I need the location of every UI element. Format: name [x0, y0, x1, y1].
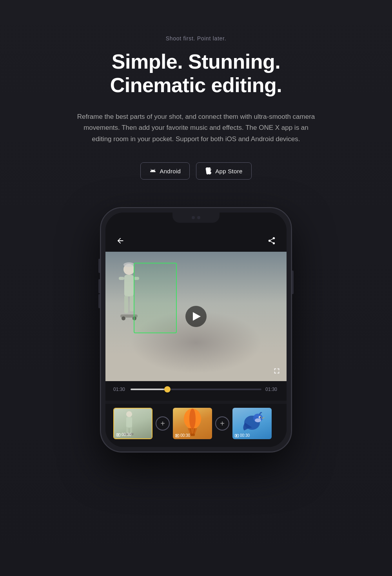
svg-point-23: [260, 417, 261, 418]
headline: Simple. Stunning. Cinematic editing.: [110, 50, 282, 97]
clip-duration-label-1: 00:30: [122, 432, 131, 437]
phone-outer: 01:30 01:30: [100, 207, 292, 452]
add-clip-button-1[interactable]: +: [156, 416, 170, 431]
clip-duration-2: 00:30: [175, 433, 190, 438]
description: Reframe the best parts of your shot, and…: [74, 111, 318, 145]
fullscreen-icon[interactable]: [272, 367, 281, 377]
timeline-track[interactable]: [131, 389, 261, 390]
svg-rect-11: [126, 417, 132, 428]
clip-video-icon-2: [175, 434, 179, 437]
clips-row: 00:30 +: [105, 404, 287, 447]
svg-rect-16: [190, 434, 195, 436]
phone-mockup: 01:30 01:30: [100, 207, 292, 452]
appstore-button[interactable]: App Store: [196, 162, 251, 180]
clip-video-icon-1: [116, 433, 120, 436]
app-header: [105, 230, 287, 252]
clip-duration-label-3: 00:30: [240, 433, 250, 438]
svg-point-8: [122, 316, 125, 320]
headline-line1: Simple. Stunning.: [112, 50, 280, 73]
clip-duration-3: 00:30: [235, 433, 250, 438]
notch-sensor: [197, 216, 200, 219]
page-wrapper: Shoot first. Point later. Simple. Stunni…: [0, 0, 392, 576]
timeline-area: 01:30 01:30: [105, 381, 287, 401]
svg-rect-2: [124, 275, 134, 296]
svg-point-1: [123, 262, 134, 267]
phone-notch: [172, 213, 220, 223]
appstore-label: App Store: [215, 168, 242, 174]
headline-line2: Cinematic editing.: [110, 74, 282, 96]
timeline-time-start: 01:30: [113, 387, 127, 392]
timeline-time-end: 01:30: [265, 387, 279, 392]
clip-duration-1: 00:30: [116, 432, 131, 437]
android-label: Android: [160, 168, 181, 174]
timeline-progress: [131, 389, 167, 390]
share-icon[interactable]: [265, 234, 279, 248]
clip-video-icon-3: [235, 434, 239, 437]
clip-thumb-3[interactable]: 00:30: [232, 408, 272, 439]
phone-notch-bar: [105, 213, 287, 230]
timeline-bar-row: 01:30 01:30: [113, 387, 279, 392]
notch-camera: [192, 216, 195, 219]
app-screen: 01:30 01:30: [105, 230, 287, 447]
clip-thumb-2[interactable]: 00:30: [173, 408, 212, 439]
clip-thumb-1[interactable]: 00:30: [113, 408, 152, 439]
svg-rect-5: [124, 296, 128, 313]
button-row: Android App Store: [140, 162, 251, 180]
svg-point-24: [255, 418, 261, 422]
android-icon: [149, 167, 156, 174]
play-triangle-icon: [193, 312, 201, 321]
svg-point-10: [126, 411, 132, 417]
tagline: Shoot first. Point later.: [166, 35, 226, 42]
svg-point-17: [189, 409, 196, 429]
back-icon[interactable]: [113, 234, 127, 248]
timeline-thumb[interactable]: [164, 386, 171, 392]
phone-inner: 01:30 01:30: [105, 213, 287, 447]
android-button[interactable]: Android: [140, 162, 190, 180]
video-area: [105, 252, 287, 381]
clip-duration-label-2: 00:30: [180, 433, 190, 438]
selection-box: [134, 263, 177, 333]
apple-icon: [205, 167, 212, 174]
play-button[interactable]: [185, 306, 207, 327]
add-clip-button-2[interactable]: +: [215, 416, 229, 431]
svg-rect-6: [130, 296, 134, 311]
svg-rect-3: [119, 277, 124, 280]
svg-rect-13: [130, 427, 132, 433]
